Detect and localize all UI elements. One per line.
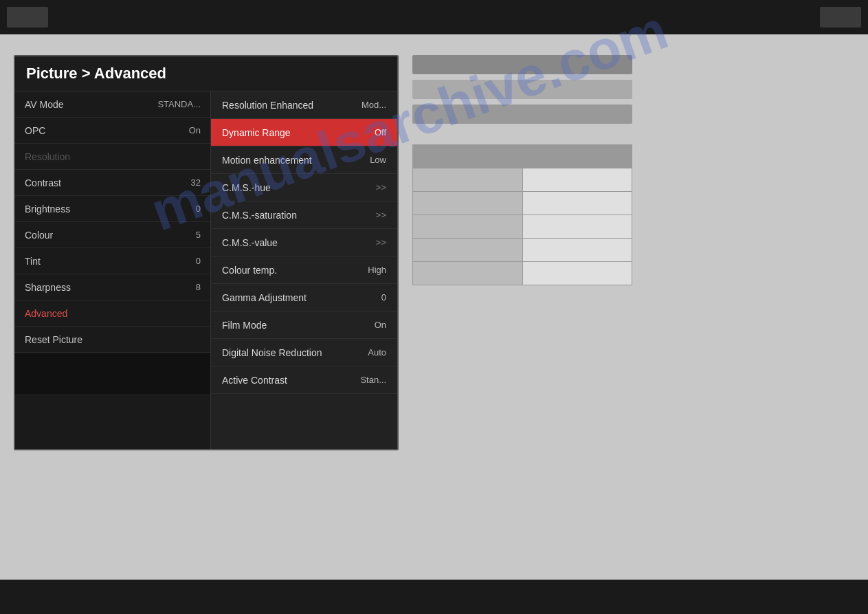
left-menu-item-avmode[interactable]: AV Mode STANDA... — [15, 91, 210, 118]
right-menu-label-gamma: Gamma Adjustment — [222, 292, 307, 303]
right-menu-arrow-cms-value: >> — [376, 237, 386, 248]
right-menu-value-film-mode: On — [375, 320, 386, 330]
right-menu-arrow-cms-saturation: >> — [376, 210, 386, 220]
right-menu-item-cms-hue[interactable]: C.M.S.-hue >> — [211, 174, 397, 201]
right-menu-label-motion-enhancement: Motion enhancement — [222, 155, 312, 166]
left-menu-item-contrast[interactable]: Contrast 32 — [15, 170, 210, 196]
left-menu-item-reset[interactable]: Reset Picture — [15, 327, 210, 353]
left-menu-item-brightness[interactable]: Brightness 0 — [15, 196, 210, 222]
right-menu-value-gamma: 0 — [381, 292, 386, 303]
table-cell-row4-col2 — [522, 239, 632, 262]
info-bar-3 — [412, 105, 632, 124]
right-menu-item-gamma[interactable]: Gamma Adjustment 0 — [211, 284, 397, 311]
table-cell-row1-col1 — [413, 168, 523, 192]
bottom-bar — [0, 580, 868, 614]
right-menu-label-dynamic-range: Dynamic Range — [222, 127, 291, 138]
right-menu-label-cms-hue: C.M.S.-hue — [222, 182, 271, 193]
top-bar-left-button[interactable] — [7, 7, 48, 28]
right-menu-label-active-contrast: Active Contrast — [222, 375, 287, 386]
right-menu-value-dnr: Auto — [368, 347, 386, 358]
left-menu-label-avmode: AV Mode — [25, 99, 64, 110]
left-menu-value-colour: 5 — [196, 230, 201, 240]
left-menu-label-tint: Tint — [25, 256, 41, 267]
left-menu-label-colour: Colour — [25, 230, 53, 241]
table-cell-row3-col1 — [413, 215, 523, 239]
right-menu-value-active-contrast: Stan... — [360, 375, 386, 385]
right-menu-value-dynamic-range: Off — [375, 127, 386, 138]
breadcrumb-text: Picture > Advanced — [26, 65, 166, 82]
breadcrumb: Picture > Advanced — [15, 56, 397, 91]
left-menu-label-contrast: Contrast — [25, 177, 61, 188]
table-cell-row2-col2 — [522, 192, 632, 215]
table-cell-row4-col1 — [413, 239, 523, 262]
left-menu-label-resolution: Resolution — [25, 151, 70, 162]
right-menu: Resolution Enhanced Mod... Dynamic Range… — [211, 91, 397, 449]
left-menu-item-tint[interactable]: Tint 0 — [15, 248, 210, 274]
left-menu-item-opc[interactable]: OPC On — [15, 118, 210, 144]
menu-container: AV Mode STANDA... OPC On Resolution Cont… — [15, 91, 397, 449]
right-menu-value-motion-enhancement: Low — [370, 155, 386, 165]
main-content: Picture > Advanced AV Mode STANDA... OPC… — [0, 34, 868, 464]
right-menu-arrow-cms-hue: >> — [376, 182, 386, 193]
right-menu-item-colour-temp[interactable]: Colour temp. High — [211, 256, 397, 284]
right-menu-label-cms-value: C.M.S.-value — [222, 237, 278, 248]
left-menu-label-brightness: Brightness — [25, 204, 70, 215]
left-menu-label-reset: Reset Picture — [25, 334, 82, 345]
left-menu-item-resolution: Resolution — [15, 144, 210, 170]
left-menu-item-advanced[interactable]: Advanced — [15, 300, 210, 327]
info-panel — [412, 48, 854, 450]
table-cell-row5-col2 — [522, 262, 632, 285]
table-cell-row2-col1 — [413, 192, 523, 215]
left-menu-empty — [15, 353, 210, 394]
table-cell-row5-col1 — [413, 262, 523, 285]
left-menu-value-avmode: STANDA... — [157, 99, 201, 109]
top-bar-right-button[interactable] — [820, 7, 861, 28]
left-menu-value-contrast: 32 — [191, 177, 201, 188]
right-menu-item-cms-value[interactable]: C.M.S.-value >> — [211, 229, 397, 256]
top-bar — [0, 0, 868, 34]
left-menu-item-colour[interactable]: Colour 5 — [15, 222, 210, 248]
right-menu-item-cms-saturation[interactable]: C.M.S.-saturation >> — [211, 201, 397, 229]
right-menu-label-film-mode: Film Mode — [222, 320, 267, 331]
right-menu-item-motion-enhancement[interactable]: Motion enhancement Low — [211, 146, 397, 174]
left-menu-value-sharpness: 8 — [196, 282, 201, 292]
left-menu-item-sharpness[interactable]: Sharpness 8 — [15, 274, 210, 300]
left-menu-label-opc: OPC — [25, 125, 45, 136]
right-menu-value-colour-temp: High — [368, 265, 386, 275]
right-menu-item-resolution-enhanced[interactable]: Resolution Enhanced Mod... — [211, 91, 397, 119]
left-menu-value-tint: 0 — [196, 256, 201, 266]
left-menu-label-sharpness: Sharpness — [25, 282, 71, 293]
info-bar-1 — [412, 55, 632, 74]
left-menu-value-brightness: 0 — [196, 204, 201, 214]
right-menu-item-dynamic-range[interactable]: Dynamic Range Off — [211, 119, 397, 146]
left-menu: AV Mode STANDA... OPC On Resolution Cont… — [15, 91, 211, 449]
info-table — [412, 144, 632, 285]
left-menu-value-opc: On — [189, 125, 201, 135]
right-menu-item-dnr[interactable]: Digital Noise Reduction Auto — [211, 339, 397, 366]
right-menu-label-dnr: Digital Noise Reduction — [222, 347, 322, 358]
info-bar-2 — [412, 80, 632, 99]
table-header-cell-1 — [413, 145, 523, 168]
table-cell-row1-col2 — [522, 168, 632, 192]
right-menu-value-resolution-enhanced: Mod... — [361, 100, 386, 110]
tv-panel: Picture > Advanced AV Mode STANDA... OPC… — [14, 55, 399, 450]
right-menu-item-film-mode[interactable]: Film Mode On — [211, 311, 397, 339]
table-header-cell-2 — [522, 145, 632, 168]
right-menu-item-active-contrast[interactable]: Active Contrast Stan... — [211, 366, 397, 394]
left-menu-label-advanced: Advanced — [25, 308, 67, 319]
right-menu-label-cms-saturation: C.M.S.-saturation — [222, 210, 297, 221]
right-menu-label-colour-temp: Colour temp. — [222, 265, 277, 276]
right-menu-label-resolution-enhanced: Resolution Enhanced — [222, 100, 313, 111]
table-cell-row3-col2 — [522, 215, 632, 239]
